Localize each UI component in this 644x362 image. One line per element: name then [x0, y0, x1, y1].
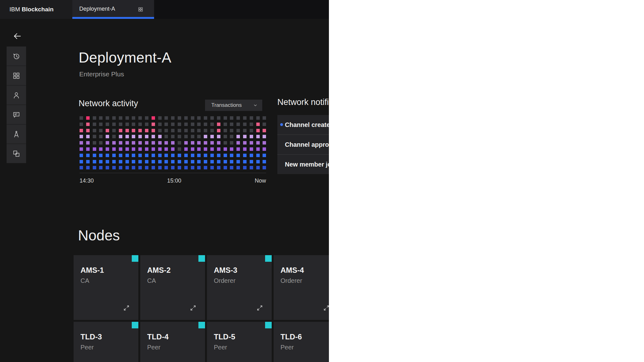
- node-type: Peer: [147, 344, 160, 351]
- activity-cell: [191, 141, 194, 145]
- activity-cell: [256, 147, 260, 151]
- network-activity-heading: Network activity: [79, 99, 138, 108]
- desktop-background: IBM Blockchain Deployment-A Deployment-A…: [329, 0, 644, 362]
- node-card-AMS-3[interactable]: AMS-3Orderer: [207, 255, 272, 320]
- node-name: TLD-6: [280, 332, 302, 341]
- node-card-TLD-5[interactable]: TLD-5Peer: [207, 322, 272, 362]
- node-status-tag: [265, 322, 272, 328]
- brand-prefix: IBM: [9, 6, 20, 13]
- grid-icon[interactable]: [138, 7, 143, 12]
- back-button[interactable]: [13, 31, 22, 41]
- activity-cell: [171, 160, 175, 163]
- activity-cell: [171, 129, 175, 132]
- activity-cell: [158, 147, 162, 151]
- activity-cell: [99, 166, 103, 169]
- activity-cell: [243, 116, 247, 120]
- activity-cell: [250, 154, 253, 157]
- activity-cell: [204, 154, 207, 157]
- node-card-AMS-4[interactable]: AMS-4Orderer: [274, 255, 329, 320]
- activity-cell: [250, 147, 253, 151]
- activity-cell: [178, 147, 181, 151]
- activity-cell: [93, 141, 96, 145]
- activity-cell: [80, 141, 83, 145]
- activity-cell: [86, 123, 90, 126]
- activity-cell: [132, 166, 135, 169]
- activity-cell: [158, 141, 162, 145]
- activity-cell: [204, 116, 207, 120]
- transactions-dropdown-label: Transactions: [211, 100, 242, 111]
- sidebar-item-chat[interactable]: [7, 105, 26, 124]
- activity-cell: [152, 147, 155, 151]
- activity-cell: [184, 123, 188, 126]
- activity-cell: [224, 116, 227, 120]
- expand-icon[interactable]: [256, 304, 264, 312]
- activity-cell: [256, 135, 260, 138]
- activity-cell: [119, 147, 122, 151]
- activity-cell: [106, 166, 109, 169]
- node-name: AMS-2: [147, 266, 171, 275]
- expand-icon[interactable]: [323, 304, 329, 312]
- activity-cell: [145, 141, 148, 145]
- activity-cell: [224, 129, 227, 132]
- activity-cell: [86, 129, 90, 132]
- node-name: AMS-4: [280, 266, 304, 275]
- activity-cell: [119, 123, 122, 126]
- expand-icon[interactable]: [189, 304, 197, 312]
- activity-cell: [197, 160, 201, 163]
- notification-row[interactable]: New member joined18 Feb 2018: [277, 155, 329, 174]
- node-card-TLD-4[interactable]: TLD-4Peer: [140, 322, 205, 362]
- sidebar-item-compass[interactable]: [7, 124, 26, 144]
- activity-cell: [256, 166, 260, 169]
- activity-cell: [230, 129, 233, 132]
- node-card-AMS-1[interactable]: AMS-1CA: [74, 255, 138, 320]
- node-name: TLD-5: [214, 332, 235, 341]
- activity-cell: [80, 129, 83, 132]
- activity-cell: [236, 160, 240, 163]
- activity-cell: [112, 166, 116, 169]
- activity-cell: [236, 154, 240, 157]
- node-name: AMS-1: [80, 266, 104, 275]
- activity-cell: [184, 129, 188, 132]
- tab-deployment-a[interactable]: Deployment-A: [72, 0, 154, 19]
- activity-cell: [112, 160, 116, 163]
- activity-cell: [217, 116, 220, 120]
- activity-cell: [171, 166, 175, 169]
- activity-cell: [224, 135, 227, 138]
- activity-cell: [191, 147, 194, 151]
- activity-cell: [204, 160, 207, 163]
- activity-cell: [243, 160, 247, 163]
- activity-cell: [164, 116, 168, 120]
- activity-cell: [145, 166, 148, 169]
- activity-cell: [191, 129, 194, 132]
- activity-cell: [197, 154, 201, 157]
- activity-cell: [210, 154, 214, 157]
- chart-baseline: [80, 173, 266, 173]
- linked-squares-icon: [12, 150, 20, 158]
- axis-tick-label: 14:30: [80, 178, 94, 184]
- expand-icon[interactable]: [123, 304, 130, 312]
- node-name: TLD-3: [80, 332, 102, 341]
- transactions-dropdown[interactable]: Transactions: [205, 100, 262, 111]
- activity-cell: [178, 123, 181, 126]
- node-card-TLD-3[interactable]: TLD-3Peer: [74, 322, 138, 362]
- activity-cell: [158, 135, 162, 138]
- activity-cell: [132, 147, 135, 151]
- node-card-TLD-6[interactable]: TLD-6Peer: [274, 322, 329, 362]
- sidebar-item-grid[interactable]: [7, 66, 26, 85]
- sidebar-item-history[interactable]: [7, 47, 26, 66]
- activity-cell: [132, 129, 135, 132]
- activity-cell: [204, 129, 207, 132]
- activity-cell: [230, 166, 233, 169]
- activity-cell: [93, 129, 96, 132]
- activity-cell: [138, 166, 142, 169]
- notification-row[interactable]: Channel created23 Feb 2018: [277, 115, 329, 135]
- notification-row[interactable]: Channel approval request21 Feb 2018: [277, 135, 329, 155]
- activity-cell: [93, 166, 96, 169]
- activity-cell: [145, 160, 148, 163]
- sidebar-item-user[interactable]: [7, 85, 26, 105]
- sidebar-item-linked-squares[interactable]: [7, 144, 26, 163]
- activity-cell: [197, 129, 201, 132]
- activity-cell: [132, 116, 135, 120]
- node-card-AMS-2[interactable]: AMS-2CA: [140, 255, 205, 320]
- activity-cell: [263, 154, 266, 157]
